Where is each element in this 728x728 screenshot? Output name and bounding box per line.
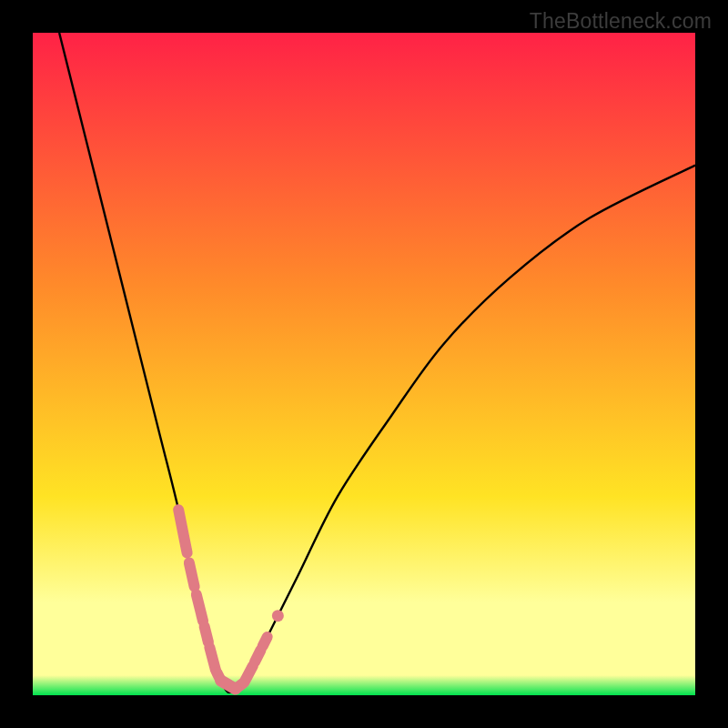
plot-area: [33, 33, 695, 695]
watermark-text: TheBottleneck.com: [530, 9, 712, 34]
marker-segment: [209, 648, 216, 671]
marker-segment: [178, 510, 187, 552]
marker-segment: [189, 562, 195, 586]
marker-segment: [255, 650, 261, 662]
bottleneck-curve: [59, 33, 695, 693]
chart-stage: TheBottleneck.com: [0, 0, 728, 728]
marker-clusters: [178, 510, 284, 689]
marker-segment: [221, 681, 236, 689]
marker-segment: [244, 666, 252, 682]
marker-segment: [263, 637, 268, 646]
marker-segment: [205, 626, 208, 642]
marker-segment: [197, 594, 203, 621]
marker-dot: [272, 610, 284, 622]
curve-svg: [33, 33, 695, 695]
